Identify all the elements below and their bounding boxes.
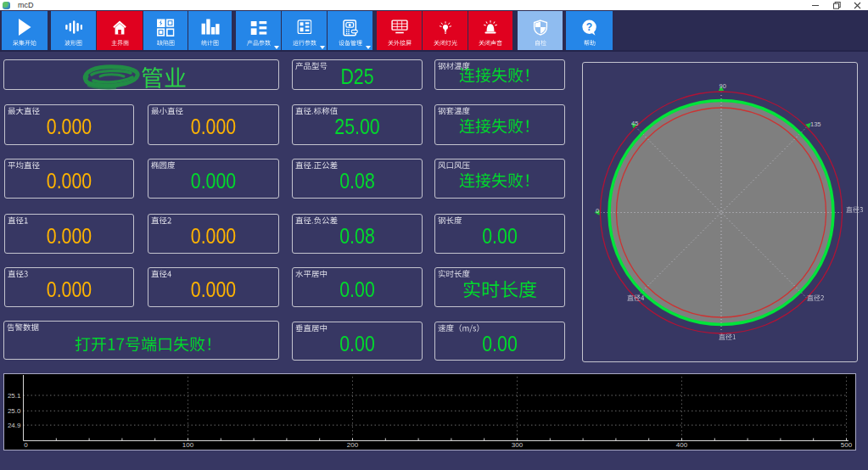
svg-text:25.0: 25.0 bbox=[8, 407, 21, 415]
svg-text:300: 300 bbox=[512, 441, 524, 449]
svg-text:200: 200 bbox=[347, 441, 359, 449]
svg-text:100: 100 bbox=[182, 441, 194, 449]
svg-text:24.9: 24.9 bbox=[8, 422, 21, 429]
svg-text:90: 90 bbox=[720, 82, 726, 90]
svg-text:0: 0 bbox=[24, 441, 28, 449]
svg-text:500: 500 bbox=[841, 441, 853, 449]
svg-text:?: ? bbox=[585, 21, 591, 33]
svg-text:135: 135 bbox=[810, 120, 821, 128]
svg-text:400: 400 bbox=[676, 441, 688, 449]
svg-text:0: 0 bbox=[596, 207, 599, 215]
svg-text:25.1: 25.1 bbox=[8, 392, 21, 400]
svg-text:45: 45 bbox=[631, 120, 638, 127]
